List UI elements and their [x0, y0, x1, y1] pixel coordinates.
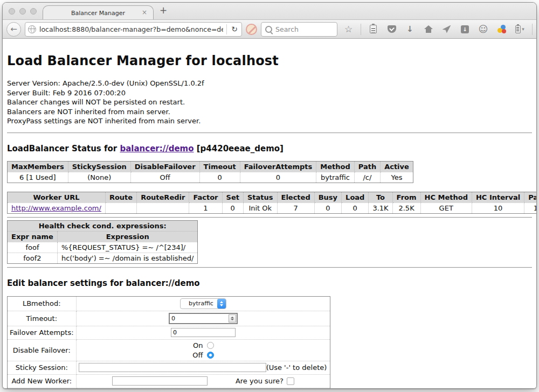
- url-bar[interactable]: localhost:8880/balancer-manager?b=demo&n…: [25, 22, 242, 37]
- worker-status-table: Worker URL Route RouteRedir Factor Set S…: [7, 192, 536, 214]
- server-info: Server Version: Apache/2.5.0-dev (Unix) …: [7, 79, 532, 126]
- server-version-line: Server Version: Apache/2.5.0-dev (Unix) …: [7, 79, 532, 88]
- are-you-sure-checkbox[interactable]: [287, 377, 294, 385]
- extension-colors-icon[interactable]: [494, 22, 509, 37]
- content-blocker-icon[interactable]: [246, 24, 257, 35]
- radio-off[interactable]: [207, 352, 214, 359]
- health-check-title: Health check cond. expressions:: [8, 220, 198, 231]
- col-expr-name: Expr name: [8, 231, 58, 242]
- col-stickysession: StickySession: [68, 161, 130, 172]
- bookmarks-clipboard-icon[interactable]: [366, 22, 381, 37]
- health-check-table: Health check cond. expressions: Expr nam…: [7, 220, 198, 264]
- form-row-failover: Failover Attempts:: [8, 326, 330, 339]
- select-stepper-icon: [217, 299, 226, 309]
- cell-hc-interval: 10: [472, 202, 524, 213]
- clipboard-icon: [370, 25, 377, 33]
- house-icon: [424, 25, 433, 33]
- disable-failover-cell: On Off: [76, 339, 330, 361]
- save-to-box-icon[interactable]: ↓: [458, 22, 472, 37]
- downloads-icon[interactable]: ↓: [403, 22, 417, 37]
- new-worker-input[interactable]: [112, 376, 208, 386]
- search-bar[interactable]: Search: [261, 22, 337, 37]
- bookmark-star-icon[interactable]: ☆: [341, 22, 356, 37]
- minimize-window-button[interactable]: [19, 8, 26, 15]
- page-content: Load Balancer Manager for localhost Serv…: [3, 39, 536, 388]
- edit-settings-heading: Edit balancer settings for balancer://de…: [7, 278, 532, 288]
- col-to: To: [369, 192, 392, 202]
- cell-routeredir: [137, 202, 189, 213]
- cell-expr-name: foof2: [8, 253, 58, 263]
- form-row-timeout: Timeout: 0: [8, 311, 330, 326]
- divider: [7, 217, 532, 218]
- sticky-session-input[interactable]: [79, 363, 266, 372]
- cell-busy: 0: [314, 202, 341, 213]
- site-identity-globe-icon[interactable]: [28, 25, 36, 33]
- balancers-notice-line: Balancers are NOT inherited from main se…: [7, 107, 532, 117]
- status-heading-suffix: [p4420eeae_demo]: [194, 144, 284, 153]
- battery-extension-icon[interactable]: ▾: [513, 22, 527, 37]
- table-header-row: MaxMembers StickySession DisableFailover…: [8, 161, 413, 172]
- table-header-row: Expr name Expression: [8, 231, 198, 242]
- sticky-cell: (Use '-' to delete): [76, 361, 330, 374]
- pocket-icon[interactable]: [384, 22, 399, 37]
- cell-route: [105, 202, 136, 213]
- lbmethod-select[interactable]: bytraffic: [180, 298, 226, 309]
- failover-attempts-input[interactable]: [171, 328, 236, 337]
- tab-close-icon[interactable]: ×: [142, 9, 147, 16]
- timeout-input[interactable]: 0: [169, 313, 238, 324]
- radio-off-label: Off: [192, 351, 203, 359]
- col-method: Method: [316, 161, 354, 172]
- balancer-settings-form: LBmethod: bytraffic Timeout: 0 Failover …: [7, 296, 330, 389]
- col-hc-interval: HC Interval: [472, 192, 524, 202]
- col-set: Set: [222, 192, 243, 202]
- are-you-sure-label: Are you sure?: [236, 377, 284, 385]
- cell-from: 2.5K: [392, 202, 420, 213]
- failover-label: Failover Attempts:: [8, 326, 77, 339]
- cell-passes: 1 (0): [524, 202, 536, 213]
- cell-disablefailover: Off: [130, 172, 199, 183]
- browser-window: Balancer Manager × + ← localhost:8880/ba…: [2, 2, 537, 389]
- new-tab-button[interactable]: +: [160, 5, 167, 16]
- table-title-row: Health check cond. expressions:: [8, 220, 198, 231]
- col-routeredir: RouteRedir: [137, 192, 189, 202]
- back-button[interactable]: ←: [6, 22, 21, 37]
- tab-balancer-manager[interactable]: Balancer Manager ×: [43, 5, 154, 20]
- cell-active: Yes: [381, 172, 413, 183]
- lbmethod-label: LBmethod:: [8, 296, 77, 311]
- cell-path: /c/: [354, 172, 380, 183]
- divider: [7, 267, 532, 268]
- radio-on[interactable]: [207, 342, 214, 349]
- close-window-button[interactable]: [9, 8, 15, 15]
- lbmethod-selected-value: bytraffic: [187, 300, 215, 307]
- status-heading-prefix: LoadBalancer Status for: [7, 144, 120, 153]
- feedback-smiley-icon[interactable]: ☺: [476, 22, 490, 37]
- radio-on-label: On: [193, 341, 203, 349]
- number-spinner-icon[interactable]: [229, 314, 236, 323]
- reload-icon[interactable]: ↻: [230, 25, 239, 33]
- cell-set: 0: [222, 202, 243, 213]
- form-row-sticky: Sticky Session: (Use '-' to delete): [8, 361, 330, 374]
- cell-expression: hc('body') =~ /domain is established/: [57, 253, 198, 263]
- cell-failoverattempts: 0: [240, 172, 316, 183]
- col-elected: Elected: [277, 192, 314, 202]
- search-placeholder[interactable]: Search: [275, 25, 299, 33]
- col-worker-url: Worker URL: [8, 192, 106, 202]
- disable-failover-label: Disable Failover:: [8, 339, 77, 361]
- add-worker-cell: Are you sure?: [76, 374, 330, 388]
- col-load: Load: [342, 192, 369, 202]
- url-text[interactable]: localhost:8880/balancer-manager?b=demo&n…: [39, 25, 223, 33]
- form-row-add-worker: Add New Worker: Are you sure?: [8, 374, 330, 388]
- worker-url-link[interactable]: http://www.example.com/: [11, 204, 101, 212]
- sticky-label: Sticky Session:: [8, 361, 77, 374]
- sticky-hint: (Use '-' to delete): [266, 363, 328, 372]
- col-path: Path: [354, 161, 380, 172]
- balancer-demo-link[interactable]: balancer://demo: [120, 144, 194, 153]
- col-route: Route: [105, 192, 136, 202]
- col-hc-method: HC Method: [420, 192, 472, 202]
- table-row: foof %{REQUEST_STATUS} =~ /^[234]/: [8, 242, 198, 253]
- send-tab-icon[interactable]: [439, 22, 454, 37]
- home-icon[interactable]: [421, 22, 436, 37]
- zoom-window-button[interactable]: [30, 8, 37, 15]
- col-disablefailover: DisableFailover: [130, 161, 199, 172]
- tab-title: Balancer Manager: [71, 10, 125, 17]
